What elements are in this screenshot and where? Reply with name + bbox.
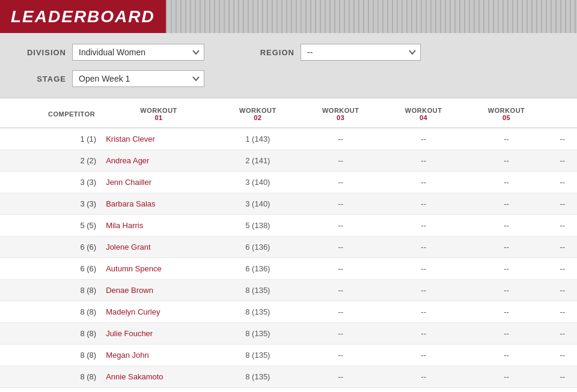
region-label: REGION [252,48,295,57]
w02-cell: -- [299,150,382,172]
name-cell[interactable]: Jenn Chailler [101,172,216,193]
table-row: 5 (5)Mila Harris5 (138)-------- [0,215,577,237]
w04-cell: -- [465,215,548,237]
name-cell[interactable]: Madelyn Curley [101,301,216,323]
w01-cell: 8 (135) [216,280,299,301]
table-row: 8 (8)Julie Foucher8 (135)-------- [0,323,577,345]
w01-cell: 6 (136) [216,237,299,258]
col-w02: WORKOUT 02 [216,98,299,128]
w04-cell: -- [465,345,548,366]
header: LEADERBOARD [0,0,577,33]
rank-cell: 8 (8) [0,301,101,323]
w02-cell: -- [299,388,382,393]
w03-cell: -- [382,128,465,150]
leaderboard-title: LEADERBOARD [0,0,166,33]
w03-cell: -- [382,237,465,258]
rank-cell: 6 (6) [0,258,101,280]
w03-cell: -- [382,215,465,237]
table-row: 3 (3)Jenn Chailler3 (140)-------- [0,172,577,193]
name-cell[interactable]: Denae Brown [101,280,216,301]
w04-cell: -- [465,301,548,323]
stage-label: STAGE [24,74,66,83]
w02-cell: -- [299,128,382,150]
stage-select[interactable]: Open Week 1Open Week 2Open Week 3Open We… [72,70,204,87]
division-row: DIVISION Individual WomenIndividual MenT… [24,44,553,61]
w05-cell: -- [548,366,577,388]
w01-cell: 5 (138) [216,215,299,237]
rank-cell: 2 (2) [0,150,101,172]
w01-cell: 8 (135) [216,301,299,323]
rank-cell: 8 (8) [0,345,101,366]
rank-cell: 5 (5) [0,215,101,237]
w04-cell: -- [465,150,548,172]
w05-cell: -- [548,301,577,323]
rank-cell: 3 (3) [0,172,101,193]
table-row: 8 (8)Megan John8 (135)-------- [0,345,577,366]
col-w01: WORKOUT 01 [101,98,216,128]
w04-cell: -- [465,237,548,258]
table-header: COMPETITOR WORKOUT 01 WORKOUT 02 WORKOUT… [0,98,577,128]
name-cell[interactable]: Annie Sakamoto [101,366,216,388]
header-row: COMPETITOR WORKOUT 01 WORKOUT 02 WORKOUT… [0,98,577,128]
col-w03: WORKOUT 03 [299,98,382,128]
w01-cell: 8 (135) [216,323,299,345]
w02-cell: -- [299,366,382,388]
name-cell[interactable]: Autumn Spence [101,258,216,280]
rank-cell: 6 (6) [0,237,101,258]
w04-cell: -- [465,258,548,280]
header-decoration [166,0,577,33]
table-row: 8 (8)Annie Sakamoto8 (135)-------- [0,366,577,388]
w05-cell: -- [548,388,577,393]
name-cell[interactable]: Megan John [101,345,216,366]
table-row: 2 (2)Andrea Ager2 (141)-------- [0,150,577,172]
name-cell[interactable]: Julie Foucher [101,323,216,345]
w03-cell: -- [382,345,465,366]
table-row: 8 (8)Linda Thomas8 (135)-------- [0,388,577,393]
w01-cell: 1 (143) [216,128,299,150]
w05-cell: -- [548,237,577,258]
w03-cell: -- [382,193,465,215]
w03-cell: -- [382,150,465,172]
table-row: 6 (6)Jolene Grant6 (136)-------- [0,237,577,258]
rank-cell: 8 (8) [0,366,101,388]
leaderboard-table: COMPETITOR WORKOUT 01 WORKOUT 02 WORKOUT… [0,98,577,392]
w03-cell: -- [382,323,465,345]
rank-cell: 8 (8) [0,323,101,345]
w03-cell: -- [382,366,465,388]
w02-cell: -- [299,345,382,366]
division-label: DIVISION [24,48,66,57]
w03-cell: -- [382,388,465,393]
name-cell[interactable]: Kristan Clever [101,128,216,150]
name-cell[interactable]: Barbara Salas [101,193,216,215]
w05-cell: -- [548,172,577,193]
table-row: 1 (1)Kristan Clever1 (143)-------- [0,128,577,150]
table-row: 8 (8)Denae Brown8 (135)-------- [0,280,577,301]
w05-cell: -- [548,128,577,150]
w02-cell: -- [299,237,382,258]
w02-cell: -- [299,280,382,301]
w01-cell: 8 (135) [216,345,299,366]
division-select[interactable]: Individual WomenIndividual MenTeam [72,44,204,61]
name-cell[interactable]: Andrea Ager [101,150,216,172]
name-cell[interactable]: Jolene Grant [101,237,216,258]
w02-cell: -- [299,215,382,237]
w01-cell: 2 (141) [216,150,299,172]
region-select[interactable]: --North AmericaEuropeAsiaSouth America [301,44,421,61]
w01-cell: 3 (140) [216,172,299,193]
w01-cell: 8 (135) [216,366,299,388]
rank-cell: 3 (3) [0,193,101,215]
w04-cell: -- [465,388,548,393]
w02-cell: -- [299,258,382,280]
rank-cell: 8 (8) [0,388,101,393]
table-body: 1 (1)Kristan Clever1 (143)--------2 (2)A… [0,128,577,392]
name-cell[interactable]: Mila Harris [101,215,216,237]
controls-area: DIVISION Individual WomenIndividual MenT… [0,33,577,98]
w04-cell: -- [465,366,548,388]
w05-cell: -- [548,258,577,280]
w05-cell: -- [548,345,577,366]
w04-cell: -- [465,323,548,345]
name-cell[interactable]: Linda Thomas [101,388,216,393]
w05-cell: -- [548,193,577,215]
table-row: 3 (3)Barbara Salas3 (140)-------- [0,193,577,215]
w01-cell: 3 (140) [216,193,299,215]
